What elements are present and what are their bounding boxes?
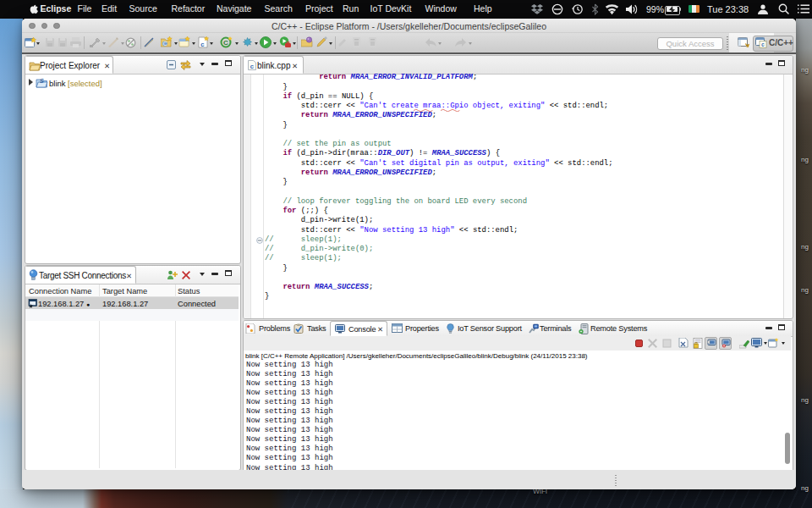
svg-text:C: C [163, 41, 167, 47]
svg-text:c: c [200, 41, 205, 48]
svg-text:S: S [40, 78, 44, 84]
svg-text:C: C [223, 39, 228, 47]
svg-text:c: c [761, 42, 765, 48]
svg-text:c: c [250, 63, 255, 70]
